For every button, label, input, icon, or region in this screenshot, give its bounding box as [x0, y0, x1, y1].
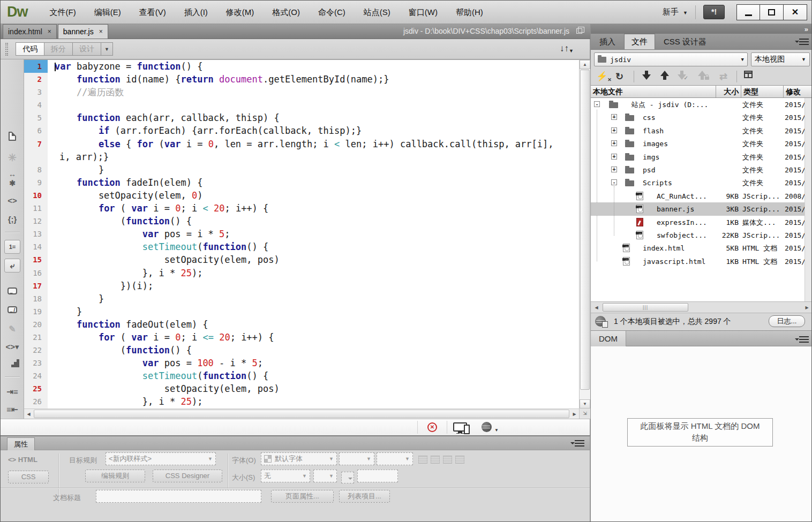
- code-navigation-icon[interactable]: <>: [1, 196, 24, 205]
- color-well[interactable]: [341, 472, 354, 483]
- dom-tab[interactable]: DOM: [591, 331, 626, 346]
- panel-menu-icon[interactable]: [575, 440, 584, 447]
- panel-tab-CSS 设计器[interactable]: CSS 设计器: [656, 34, 714, 49]
- expand-icon[interactable]: +: [611, 140, 617, 146]
- view-button-拆分[interactable]: 拆分: [44, 42, 73, 56]
- panel-menu-icon[interactable]: [799, 336, 809, 343]
- scroll-up-icon[interactable]: ▲: [580, 60, 590, 69]
- code-editor[interactable]: 1var babyzone = function() {2 function i…: [24, 59, 579, 408]
- apply-comment-icon[interactable]: [1, 287, 24, 296]
- view-dropdown-icon[interactable]: ▼: [101, 42, 113, 56]
- sync-settings-button[interactable]: *!: [703, 5, 725, 19]
- indent-icon[interactable]: ⇥≡: [1, 387, 24, 397]
- font-weight-dropdown[interactable]: ▼: [377, 452, 413, 465]
- document-tab-index.html[interactable]: index.html×: [3, 24, 57, 39]
- file-row-Scripts[interactable]: -Scripts文件夹2015/: [591, 176, 812, 189]
- restore-icon[interactable]: [576, 28, 582, 34]
- edit-rule-button[interactable]: 编辑规则: [85, 470, 145, 482]
- expand-icon[interactable]: +: [611, 127, 617, 133]
- menu-item[interactable]: 命令(C): [309, 1, 355, 24]
- expand-icon[interactable]: +: [611, 167, 617, 172]
- open-documents-icon[interactable]: [1, 132, 24, 142]
- file-row-images[interactable]: +images文件夹2015/: [591, 137, 812, 150]
- site-dropdown[interactable]: jsdiv ▼: [594, 52, 748, 66]
- checkout-files-icon[interactable]: ✓: [678, 71, 686, 80]
- file-row-expressIn...[interactable]: expressIn...1KB媒体文...2015/: [591, 216, 812, 229]
- file-row-AC_RunAct...[interactable]: AC_RunAct...9KBJScrip...2008/: [591, 190, 812, 202]
- disconnect-icon[interactable]: ⚡✕: [596, 71, 612, 82]
- expand-icon[interactable]: +: [611, 154, 617, 160]
- menu-item[interactable]: 修改(M): [217, 1, 264, 24]
- minimize-button[interactable]: [736, 4, 760, 20]
- column-header-1[interactable]: 大小: [716, 86, 741, 97]
- scroll-right-icon[interactable]: ▶: [570, 410, 579, 419]
- collapse-panels-icon[interactable]: »: [805, 25, 808, 33]
- panel-tab-文件[interactable]: 文件: [624, 34, 655, 49]
- file-row-javascript.html[interactable]: javascript.html1KBHTML 文档2015/: [591, 255, 812, 268]
- size-dropdown[interactable]: 无▼: [261, 470, 310, 482]
- dreamweaver-logo[interactable]: Dw: [7, 4, 28, 20]
- synchronize-icon[interactable]: ⇄: [719, 71, 727, 82]
- file-row-psd[interactable]: +psd文件夹2015/: [591, 163, 812, 176]
- color-input[interactable]: [357, 470, 398, 482]
- doc-title-input[interactable]: [96, 490, 261, 503]
- target-rule-dropdown[interactable]: <新内联样式>▼: [106, 452, 216, 465]
- css-mode-button[interactable]: CSS: [8, 471, 49, 483]
- refresh-icon[interactable]: ↻: [615, 71, 623, 82]
- word-wrap-icon[interactable]: ⤶: [4, 259, 20, 273]
- horizontal-scrollbar[interactable]: ◀ ▶: [24, 408, 579, 419]
- code-snippet-icon[interactable]: <>▾: [1, 342, 24, 352]
- workspace-switcher[interactable]: 新手▼: [663, 7, 688, 17]
- document-tab-banner.js[interactable]: banner.js×: [58, 24, 108, 39]
- menu-item[interactable]: 编辑(E): [85, 1, 130, 24]
- vertical-scrollbar[interactable]: ▲ ▼: [579, 59, 590, 408]
- scrollbar-thumb[interactable]: |||: [603, 303, 688, 312]
- outdent-icon[interactable]: ≡⇤: [1, 405, 24, 414]
- scrollbar-thumb[interactable]: [580, 70, 590, 390]
- collapse-icon[interactable]: -: [594, 101, 600, 107]
- scroll-left-icon[interactable]: ◀: [24, 410, 33, 419]
- menu-item[interactable]: 帮助(H): [447, 1, 492, 24]
- column-header-3[interactable]: 修改: [784, 86, 812, 97]
- scroll-left-icon[interactable]: ◀: [592, 303, 601, 312]
- recent-snippets-icon[interactable]: [1, 359, 24, 369]
- menu-item[interactable]: 格式(O): [263, 1, 309, 24]
- menu-item[interactable]: 插入(I): [175, 1, 217, 24]
- menu-item[interactable]: 文件(F): [41, 1, 85, 24]
- files-horizontal-scrollbar[interactable]: ◀ ||| ▶: [591, 301, 812, 313]
- menu-item[interactable]: 查看(V): [130, 1, 175, 24]
- scroll-right-icon[interactable]: ▶: [802, 303, 811, 312]
- view-button-代码[interactable]: 代码: [16, 42, 44, 56]
- maximize-button[interactable]: [760, 4, 784, 20]
- scroll-down-icon[interactable]: ▼: [580, 399, 590, 408]
- align-center-icon[interactable]: [431, 456, 440, 464]
- file-row-imgs[interactable]: +imgs文件夹2015/: [591, 150, 812, 163]
- css-designer-button[interactable]: CSS Designer: [153, 470, 222, 482]
- file-row-站点 - jsdiv (D:...[interactable]: -站点 - jsdiv (D:...文件夹2015/: [591, 98, 812, 111]
- panel-tab-插入[interactable]: 插入: [592, 34, 623, 49]
- close-button[interactable]: ✕: [784, 4, 807, 20]
- put-files-icon[interactable]: [660, 71, 669, 80]
- list-items-button[interactable]: 列表项目...: [339, 490, 390, 503]
- close-tab-icon[interactable]: ×: [48, 28, 51, 35]
- file-row-index.html[interactable]: index.html5KBHTML 文档2015/: [591, 241, 812, 254]
- expand-panel-icon[interactable]: [744, 71, 753, 80]
- expand-icon[interactable]: +: [611, 114, 617, 120]
- page-properties-button[interactable]: 页面属性...: [271, 490, 334, 503]
- font-dropdown[interactable]: 默认字体▼: [261, 452, 337, 465]
- view-button-设计[interactable]: 设计: [73, 42, 101, 56]
- column-header-0[interactable]: 本地文件: [591, 86, 716, 97]
- html-mode-button[interactable]: <> HTML: [8, 456, 49, 464]
- noncharacter-icon[interactable]: ↔✱: [1, 169, 24, 187]
- collapse-icon[interactable]: -: [611, 179, 617, 185]
- highlight-invalid-icon[interactable]: ✎: [1, 324, 24, 334]
- line-numbers-icon[interactable]: 1=: [4, 240, 20, 254]
- preview-in-browser-icon[interactable]: [482, 422, 492, 432]
- column-header-2[interactable]: 类型: [741, 86, 784, 97]
- properties-tab[interactable]: 属性: [7, 437, 35, 450]
- menu-item[interactable]: 站点(S): [355, 1, 400, 24]
- font-style-dropdown[interactable]: ▼: [339, 452, 374, 465]
- close-tab-icon[interactable]: ×: [99, 28, 103, 35]
- error-check-icon[interactable]: ✕: [427, 422, 437, 432]
- align-right-icon[interactable]: [443, 456, 452, 464]
